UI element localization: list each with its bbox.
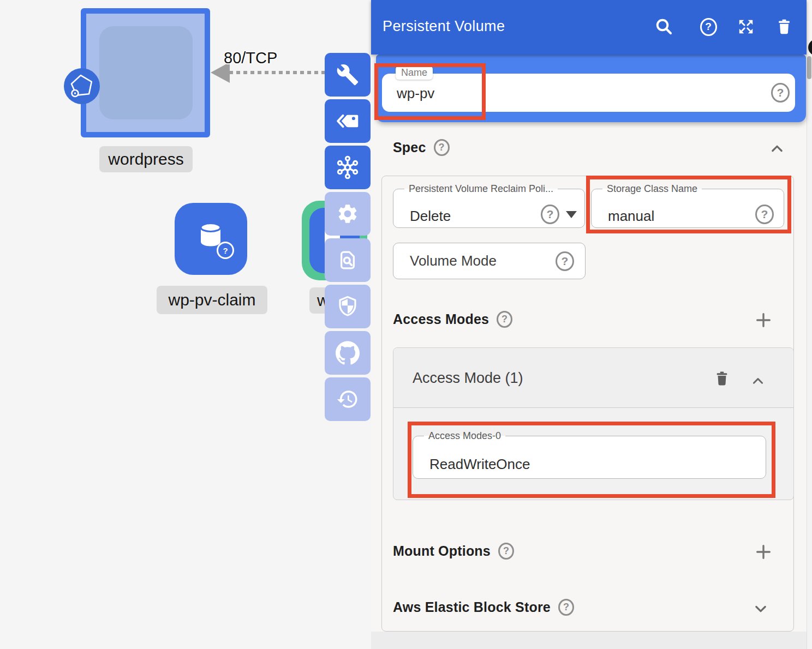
edge-dashed-line[interactable] bbox=[229, 71, 325, 74]
add-mount-option-button[interactable] bbox=[754, 543, 773, 561]
wrench-icon bbox=[336, 63, 359, 86]
spec-heading: Spec bbox=[393, 140, 426, 155]
mount-options-heading: Mount Options bbox=[393, 543, 491, 559]
help-icon[interactable]: ? bbox=[771, 83, 790, 103]
hub-icon bbox=[336, 155, 360, 179]
annotation-box-storage-class bbox=[586, 176, 791, 233]
help-icon[interactable]: ? bbox=[498, 543, 514, 560]
volume-mode-field[interactable]: Volume Mode ? bbox=[393, 243, 586, 279]
trash-icon[interactable] bbox=[774, 17, 794, 37]
collapse-chevron-icon[interactable] bbox=[751, 374, 765, 388]
panel-title: Persistent Volume bbox=[383, 18, 505, 35]
access-mode-card-title: Access Mode (1) bbox=[413, 370, 523, 387]
question-badge-icon: ? bbox=[217, 242, 234, 259]
toolbar-button-history[interactable] bbox=[325, 377, 371, 421]
gear-icon bbox=[336, 202, 359, 225]
access-mode-0-value: ReadWriteOnce bbox=[429, 456, 530, 473]
reclaim-policy-field[interactable]: Persistent Volume Reclaim Poli... Delete… bbox=[393, 184, 585, 228]
node-label-wp-pv-claim: wp-pv-claim bbox=[157, 286, 267, 314]
aws-ebs-heading: Aws Elastic Block Store bbox=[393, 599, 551, 615]
toolbar-button-properties[interactable] bbox=[325, 53, 371, 97]
access-mode-card-header[interactable]: Access Mode (1) bbox=[393, 348, 793, 408]
mount-options-section-header: Mount Options ? bbox=[393, 543, 514, 560]
help-icon[interactable]: ? bbox=[556, 251, 574, 271]
volume-mode-label: Volume Mode bbox=[410, 253, 497, 269]
node-wp-pv-claim[interactable]: ? bbox=[175, 203, 247, 275]
toolbar-button-labels[interactable] bbox=[325, 99, 371, 143]
spec-section-header: Spec ? bbox=[393, 139, 450, 156]
dropdown-caret-icon[interactable] bbox=[566, 211, 577, 218]
github-icon bbox=[336, 341, 360, 365]
node-wordpress-inner bbox=[99, 26, 193, 119]
node-label-wordpress: wordpress bbox=[99, 146, 193, 172]
add-access-mode-button[interactable] bbox=[754, 311, 773, 329]
tag-icon bbox=[336, 110, 359, 133]
history-icon bbox=[336, 388, 359, 411]
toolbar-button-github[interactable] bbox=[325, 331, 371, 375]
properties-panel: Persistent Volume ? bbox=[371, 0, 812, 649]
help-icon[interactable]: ? bbox=[698, 17, 718, 37]
help-icon[interactable]: ? bbox=[497, 311, 512, 328]
reclaim-policy-label: Persistent Volume Reclaim Poli... bbox=[404, 184, 558, 194]
reclaim-policy-value: Delete bbox=[410, 208, 451, 225]
access-mode-0-label: Access Modes-0 bbox=[424, 431, 505, 441]
panel-footer-strip bbox=[371, 632, 812, 649]
help-icon[interactable]: ? bbox=[558, 599, 574, 616]
collapse-chevron-icon[interactable] bbox=[769, 141, 785, 157]
expand-chevron-icon[interactable] bbox=[753, 601, 768, 616]
delete-access-mode-icon[interactable] bbox=[713, 370, 731, 387]
help-icon[interactable]: ? bbox=[434, 139, 450, 156]
panel-header: Persistent Volume ? bbox=[371, 0, 807, 55]
edge-port-label: 80/TCP bbox=[224, 49, 277, 67]
node-label-text: wordpress bbox=[108, 150, 183, 169]
toolbar-button-settings[interactable] bbox=[325, 192, 371, 236]
aws-ebs-section-header: Aws Elastic Block Store ? bbox=[393, 599, 574, 616]
toolbar-button-security[interactable] bbox=[325, 285, 371, 328]
toolbar-button-inspect[interactable] bbox=[325, 238, 371, 282]
document-search-icon bbox=[336, 249, 359, 272]
pod-pentagon-icon[interactable] bbox=[64, 68, 100, 104]
search-icon[interactable] bbox=[654, 17, 674, 37]
annotation-box-name bbox=[374, 63, 486, 120]
scrollbar-track bbox=[807, 55, 812, 649]
toolbar-button-network[interactable] bbox=[325, 146, 371, 189]
help-icon[interactable]: ? bbox=[541, 205, 559, 224]
shield-icon bbox=[336, 295, 359, 318]
access-mode-0-field[interactable]: Access Modes-0 ReadWriteOnce bbox=[413, 431, 766, 479]
app-root: wordpress 80/TCP ? wp-pv-claim w bbox=[0, 0, 812, 649]
scrollbar-thumb[interactable] bbox=[807, 56, 811, 79]
node-label-text: wp-pv-claim bbox=[168, 291, 255, 309]
access-modes-heading: Access Modes bbox=[393, 311, 489, 327]
side-toolbar bbox=[325, 53, 371, 421]
expand-icon[interactable] bbox=[736, 17, 756, 37]
access-modes-section-header: Access Modes ? bbox=[393, 311, 512, 328]
